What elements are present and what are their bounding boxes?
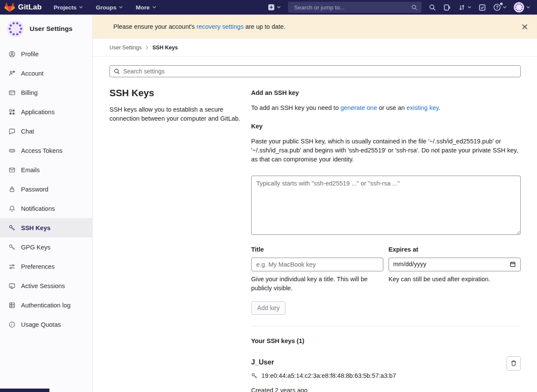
global-search-input[interactable]: Search or jump to... [288,2,422,13]
sidebar-item-account[interactable]: Account [0,64,92,83]
title-label: Title [251,246,264,253]
issues-icon [443,4,451,11]
nav-more[interactable]: More [136,4,156,11]
sidebar-item-gpg-keys[interactable]: GPG Keys [0,237,92,257]
your-ssh-keys-heading: Your SSH keys (1) [251,337,521,346]
ssh-key-form-column: Add an SSH key To add an SSH key you nee… [251,86,521,392]
top-navbar: GitLab Projects Groups More Search or ju… [0,0,537,15]
new-menu-button[interactable] [268,4,281,11]
alert-close-button[interactable] [520,22,529,31]
sidebar-item-usage-quotas[interactable]: Usage Quotas [0,315,92,334]
usage-quotas-icon [9,321,15,328]
sidebar-item-ssh-keys[interactable]: SSH Keys [0,218,92,237]
profile-icon [9,51,15,58]
ssh-key-fingerprint-row: 19:e0:44:a5:14:c2:3a:e8:f8:48:8b:63:5b:5… [251,371,486,380]
todo-icon [479,4,486,11]
gitlab-wordmark: GitLab [18,3,42,12]
chevron-down-icon [277,6,281,9]
settings-search-input[interactable] [109,65,521,77]
issues-button[interactable] [443,4,451,11]
expires-label: Expires at [388,246,418,253]
content-area: SSH Keys SSH keys allow you to establish… [93,57,537,392]
sidebar-item-billing[interactable]: Billing [0,83,92,102]
chevron-down-icon [503,6,507,9]
todos-button[interactable] [479,4,486,11]
settings-search [109,65,521,77]
emails-icon [9,167,15,173]
primary-nav: Projects Groups More [54,4,156,11]
add-ssh-key-heading: Add an SSH key [251,88,521,97]
search-button[interactable] [429,4,436,11]
ssh-key-created: Created 2 years ago [251,386,486,392]
sidebar-item-active-sessions[interactable]: Active Sessions [0,276,92,295]
main-content: User Settings SSH Keys SSH Keys SSH keys… [93,39,537,392]
merge-requests-button[interactable] [458,4,471,11]
title-field: Title Give your individual key a title. … [251,245,383,293]
nav-groups[interactable]: Groups [96,4,123,11]
sidebar-item-profile[interactable]: Profile [0,44,92,64]
applications-icon [9,109,15,115]
gpg-keys-icon [9,244,15,251]
chevron-down-icon [467,6,471,9]
existing-key-link[interactable]: existing key [407,104,439,111]
help-icon: ? [493,3,501,11]
expires-help: Key can still be used after expiration. [388,275,521,284]
svg-text:?: ? [496,5,498,10]
notifications-icon [9,205,15,212]
help-button[interactable]: ? [493,3,507,11]
ssh-key-list-item: J_User 19:e0:44:a5:14:c2:3a:e8:f8:48:8b:… [251,358,521,392]
close-icon [522,24,528,30]
breadcrumb-ssh-keys: SSH Keys [152,45,178,51]
sidebar-item-password[interactable]: Password [0,179,92,199]
nav-projects[interactable]: Projects [54,4,83,11]
sidebar-item-authentication-log[interactable]: Authentication log [0,295,92,315]
expires-date-input[interactable]: mm/dd/yyyy [388,258,521,271]
sidebar-item-notifications[interactable]: Notifications [0,199,92,218]
delete-key-button[interactable] [507,356,521,371]
title-help: Give your individual key a title. This w… [251,275,383,293]
key-field-label: Key [251,122,521,131]
global-search-placeholder: Search or jump to... [294,4,411,11]
ssh-keys-section: SSH Keys SSH keys allow you to establish… [109,86,521,392]
sidebar-header: User Settings [0,15,92,41]
authentication-log-icon [9,302,15,309]
sidebar-item-preferences[interactable]: Preferences [0,257,92,276]
generate-one-link[interactable]: generate one [340,104,377,111]
ssh-key-textarea[interactable] [251,176,521,235]
billing-icon [9,89,15,96]
access-tokens-icon [9,147,15,154]
calendar-icon[interactable] [510,261,516,267]
user-menu-button[interactable] [514,2,530,12]
chat-icon [9,128,15,135]
section-divider [251,326,521,326]
search-icon [429,4,436,11]
sidebar-item-access-tokens[interactable]: Access Tokens [0,141,92,160]
add-ssh-key-intro: To add an SSH key you need to generate o… [251,103,521,112]
sidebar-item-emails[interactable]: Emails [0,160,92,179]
chevron-down-icon [152,6,156,9]
breadcrumb-user-settings[interactable]: User Settings [109,45,142,51]
breadcrumb: User Settings SSH Keys [93,39,537,57]
title-input[interactable] [251,258,383,271]
preferences-icon [9,263,15,270]
sidebar-item-applications[interactable]: Applications [0,102,92,122]
active-sessions-icon [9,283,15,289]
chevron-down-icon [526,6,530,9]
key-icon [251,373,258,379]
password-icon [9,186,15,193]
merge-requests-icon [458,4,466,11]
sidebar-item-chat[interactable]: Chat [0,122,92,141]
notification-dot [500,3,503,5]
expires-date-value: mm/dd/yyyy [393,260,426,269]
gitlab-home-link[interactable]: GitLab [4,2,42,12]
avatar [7,20,24,37]
expires-field: Expires at mm/dd/yyyy Key can still be u… [388,245,521,293]
add-key-button[interactable]: Add key [251,301,285,315]
ssh-keys-icon [9,225,15,231]
sidebar-menu: Profile Account Billing Applications [0,44,92,334]
search-icon [411,4,418,11]
key-meta-fields: Title Give your individual key a title. … [251,245,521,293]
plus-icon [268,4,275,11]
recovery-settings-link[interactable]: recovery settings [197,23,244,30]
browser-status-bar [0,389,49,392]
